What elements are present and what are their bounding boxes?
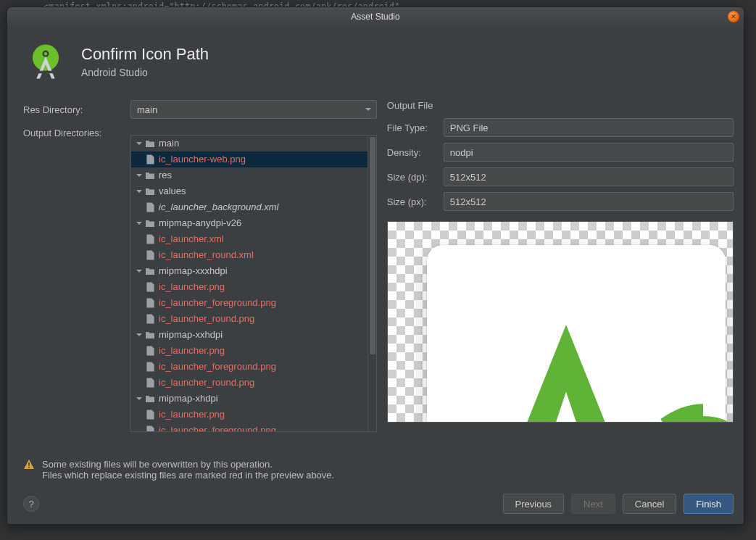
folder-icon: [144, 139, 156, 148]
size-dp-field: 512x512: [444, 167, 734, 186]
output-directories-label: Output Directories:: [23, 126, 130, 138]
tree-item-label: ic_launcher_foreground.png: [159, 423, 276, 431]
dialog: Asset Studio ✕ Confirm Icon Path Android…: [7, 7, 744, 525]
file-type-value: PNG File: [450, 122, 489, 133]
res-directory-select[interactable]: main: [130, 100, 377, 119]
finish-button[interactable]: Finish: [684, 494, 734, 514]
chevron-down-icon: [134, 188, 144, 195]
tree-folder[interactable]: mipmap-anydpi-v26: [131, 215, 367, 231]
folder-icon: [144, 171, 156, 180]
file-type-field: PNG File: [444, 118, 734, 137]
tree-file[interactable]: ic_launcher_foreground.png: [131, 359, 367, 375]
file-icon: [144, 250, 156, 260]
next-button: Next: [571, 494, 615, 514]
chevron-down-icon: [134, 395, 144, 402]
tree-item-label: ic_launcher.png: [159, 279, 225, 295]
scrollbar-thumb[interactable]: [370, 137, 375, 354]
file-icon: [144, 346, 156, 356]
tree-folder[interactable]: values: [131, 183, 367, 199]
tree-folder[interactable]: main: [131, 136, 367, 151]
size-dp-label: Size (dp):: [387, 172, 444, 183]
file-icon: [144, 362, 156, 372]
size-px-label: Size (px):: [387, 196, 444, 207]
chevron-down-icon: [134, 172, 144, 179]
tree-item-label: ic_launcher.xml: [159, 231, 224, 247]
folder-icon: [144, 394, 156, 403]
res-directory-value: main: [137, 104, 157, 115]
file-icon: [144, 234, 156, 244]
tree-item-label: ic_launcher.png: [159, 343, 225, 359]
size-px-value: 512x512: [450, 196, 486, 207]
dialog-header: Confirm Icon Path Android Studio: [7, 26, 744, 100]
output-directories-tree[interactable]: mainic_launcher-web.pngresvaluesic_launc…: [130, 135, 377, 432]
size-dp-value: 512x512: [450, 172, 486, 183]
cancel-button[interactable]: Cancel: [623, 494, 676, 514]
svg-rect-4: [28, 462, 30, 466]
file-icon: [144, 314, 156, 324]
tree-item-label: main: [159, 136, 179, 151]
tree-item-label: ic_launcher.png: [159, 407, 225, 423]
tree-item-label: ic_launcher-web.png: [159, 151, 246, 167]
chevron-down-icon: [134, 220, 144, 227]
tree-file[interactable]: ic_launcher_round.png: [131, 375, 367, 391]
icon-preview: [475, 294, 734, 423]
tree-item-label: mipmap-anydpi-v26: [159, 215, 241, 231]
chevron-down-icon: [134, 267, 144, 275]
tree-item-label: mipmap-xxhdpi: [159, 327, 223, 343]
tree-file[interactable]: ic_launcher_round.png: [131, 311, 367, 327]
tree-file[interactable]: ic_launcher_foreground.png: [131, 295, 367, 311]
close-icon[interactable]: ✕: [728, 11, 739, 22]
tree-item-label: ic_launcher_foreground.png: [159, 295, 276, 311]
output-file-label: Output File: [387, 100, 734, 111]
size-px-field: 512x512: [444, 192, 734, 211]
tree-file[interactable]: ic_launcher.png: [131, 279, 367, 295]
scrollbar-track[interactable]: [367, 136, 376, 431]
tree-item-label: mipmap-xhdpi: [159, 391, 218, 407]
tree-file[interactable]: ic_launcher_background.xml: [131, 199, 367, 215]
tree-file[interactable]: ic_launcher.png: [131, 407, 367, 423]
file-icon: [144, 154, 156, 165]
warning-icon: [23, 459, 35, 470]
file-icon: [144, 425, 156, 431]
tree-file[interactable]: ic_launcher_foreground.png: [131, 423, 367, 431]
previous-button[interactable]: Previous: [503, 494, 565, 514]
file-icon: [144, 202, 156, 212]
tree-item-label: values: [159, 183, 186, 199]
titlebar[interactable]: Asset Studio ✕: [7, 7, 744, 26]
warning-banner: Some existing files will be overwritten …: [7, 449, 744, 486]
svg-rect-5: [28, 467, 30, 468]
tree-file[interactable]: ic_launcher.png: [131, 343, 367, 359]
tree-item-label: mipmap-xxxhdpi: [159, 263, 228, 279]
help-button[interactable]: ?: [23, 496, 39, 512]
file-icon: [144, 410, 156, 420]
file-icon: [144, 378, 156, 388]
tree-file[interactable]: ic_launcher.xml: [131, 231, 367, 247]
tree-item-label: ic_launcher_round.xml: [159, 247, 254, 263]
svg-rect-3: [34, 71, 58, 74]
file-type-label: File Type:: [387, 122, 444, 133]
android-studio-icon: [25, 41, 67, 83]
warning-line1: Some existing files will be overwritten …: [42, 459, 334, 470]
tree-item-label: ic_launcher_foreground.png: [159, 359, 276, 375]
dialog-footer: ? Previous Next Cancel Finish: [7, 486, 744, 524]
tree-folder[interactable]: mipmap-xxhdpi: [131, 327, 367, 343]
tree-file[interactable]: ic_launcher-web.png: [131, 151, 367, 167]
tree-file[interactable]: ic_launcher_round.xml: [131, 247, 367, 263]
warning-line2: Files which replace existing files are m…: [42, 470, 334, 481]
tree-folder[interactable]: res: [131, 167, 367, 183]
folder-icon: [144, 187, 156, 196]
preview-panel: [387, 221, 734, 423]
density-field: nodpi: [444, 143, 734, 162]
window-title: Asset Studio: [351, 12, 399, 22]
chevron-down-icon: [134, 140, 144, 147]
page-title: Confirm Icon Path: [81, 45, 209, 64]
tree-item-label: ic_launcher_round.png: [159, 311, 254, 327]
file-icon: [144, 298, 156, 308]
tree-folder[interactable]: mipmap-xhdpi: [131, 391, 367, 407]
density-value: nodpi: [450, 147, 473, 158]
file-icon: [144, 282, 156, 292]
folder-icon: [144, 331, 156, 339]
folder-icon: [144, 267, 156, 275]
tree-item-label: res: [159, 167, 172, 183]
tree-folder[interactable]: mipmap-xxxhdpi: [131, 263, 367, 279]
